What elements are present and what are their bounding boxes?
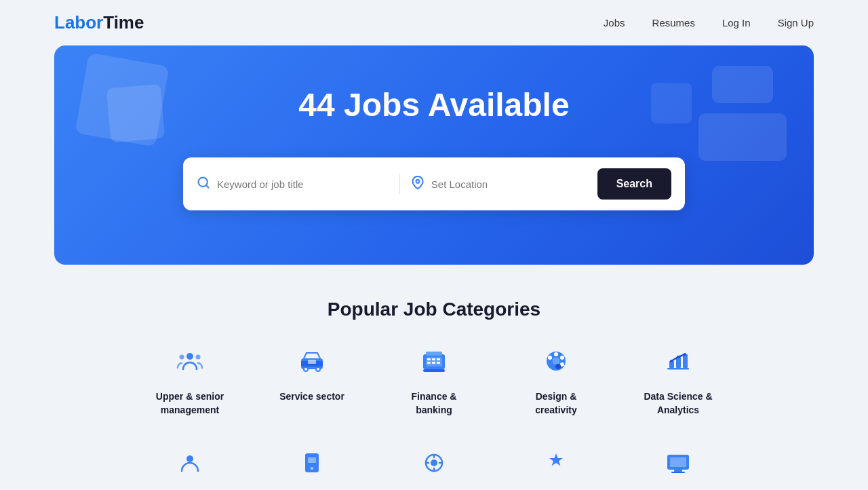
svg-point-34	[677, 356, 679, 358]
finance-banking-label: Finance & banking	[393, 390, 475, 417]
svg-rect-16	[427, 362, 431, 364]
data-science-label: Data Science & Analytics	[637, 390, 719, 417]
svg-point-39	[311, 467, 313, 470]
categories-bottom-partial	[0, 437, 868, 481]
nav: Jobs Resumes Log In Sign Up	[604, 17, 814, 29]
svg-point-4	[180, 355, 184, 360]
svg-line-1	[206, 185, 209, 187]
bottom-category-4[interactable]	[515, 451, 597, 481]
svg-point-33	[670, 360, 673, 362]
design-creativity-label: Design & creativity	[515, 390, 597, 417]
svg-rect-20	[426, 352, 442, 356]
hero-banner: 44 Jobs Available Search	[54, 45, 814, 265]
location-input[interactable]	[431, 178, 589, 190]
svg-point-36	[186, 455, 193, 462]
search-icon	[197, 176, 210, 193]
category-data-science[interactable]: Data Science & Analytics	[637, 347, 719, 417]
location-icon	[411, 176, 425, 193]
nav-jobs[interactable]: Jobs	[604, 17, 625, 29]
bottom-icon-5	[666, 451, 690, 481]
nav-signup[interactable]: Sign Up	[778, 17, 814, 29]
hero-decoration-3	[651, 83, 692, 124]
svg-point-35	[684, 353, 686, 356]
svg-rect-44	[674, 470, 682, 472]
svg-point-2	[416, 179, 419, 183]
keyword-field	[197, 176, 389, 193]
svg-rect-43	[670, 457, 686, 467]
logo-labor: Labor	[54, 12, 103, 33]
bottom-category-1[interactable]	[149, 451, 231, 481]
svg-point-27	[553, 358, 559, 364]
svg-point-3	[186, 353, 193, 360]
categories-section: Popular Job Categories Upper & senior ma…	[0, 265, 868, 430]
categories-grid: Upper & senior management Service sector	[54, 347, 814, 417]
svg-point-23	[560, 356, 564, 360]
design-creativity-icon	[542, 347, 570, 381]
svg-rect-19	[423, 369, 445, 372]
logo: LaborTime	[54, 12, 144, 33]
bottom-icon-4	[544, 451, 568, 481]
svg-point-5	[196, 355, 201, 360]
service-sector-icon	[298, 347, 326, 381]
bottom-icon-2	[300, 451, 324, 481]
svg-point-22	[554, 352, 558, 356]
svg-rect-14	[432, 358, 435, 360]
bottom-category-5[interactable]	[637, 451, 719, 481]
location-field	[411, 176, 589, 193]
category-service-sector[interactable]: Service sector	[271, 347, 353, 417]
data-science-icon	[665, 347, 692, 381]
finance-banking-icon	[420, 347, 448, 381]
logo-time: Time	[103, 12, 144, 33]
svg-point-25	[548, 356, 552, 360]
header: LaborTime Jobs Resumes Log In Sign Up	[0, 0, 868, 45]
hero-title: 44 Jobs Available	[298, 86, 569, 124]
svg-rect-32	[683, 354, 688, 368]
search-button[interactable]: Search	[597, 168, 671, 200]
svg-rect-13	[427, 358, 431, 360]
svg-point-24	[560, 362, 564, 366]
category-upper-management[interactable]: Upper & senior management	[149, 347, 231, 417]
keyword-input[interactable]	[217, 178, 375, 190]
category-design-creativity[interactable]: Design & creativity	[515, 347, 597, 417]
category-finance-banking[interactable]: Finance & banking	[393, 347, 475, 417]
bottom-category-3[interactable]	[393, 451, 475, 481]
bottom-icon-3	[422, 451, 446, 481]
svg-point-8	[304, 367, 308, 371]
svg-rect-45	[671, 472, 685, 473]
bottom-category-2[interactable]	[271, 451, 353, 481]
nav-resumes[interactable]: Resumes	[652, 17, 695, 29]
svg-point-28	[555, 364, 561, 369]
upper-management-label: Upper & senior management	[149, 390, 231, 417]
hero-decoration-1	[712, 66, 773, 103]
svg-rect-15	[437, 358, 440, 360]
svg-point-9	[316, 367, 320, 371]
svg-rect-18	[437, 362, 440, 364]
nav-login[interactable]: Log In	[722, 17, 751, 29]
svg-rect-17	[432, 362, 435, 364]
svg-rect-10	[308, 360, 316, 364]
categories-title: Popular Job Categories	[54, 299, 814, 320]
service-sector-label: Service sector	[279, 390, 344, 404]
upper-management-icon	[176, 347, 203, 381]
svg-rect-29	[667, 368, 689, 370]
svg-point-41	[431, 459, 437, 466]
bottom-icon-1	[178, 451, 202, 481]
search-divider	[399, 174, 400, 194]
hero-decoration-2	[698, 113, 787, 161]
svg-rect-38	[308, 457, 316, 463]
search-box: Search	[183, 157, 685, 210]
